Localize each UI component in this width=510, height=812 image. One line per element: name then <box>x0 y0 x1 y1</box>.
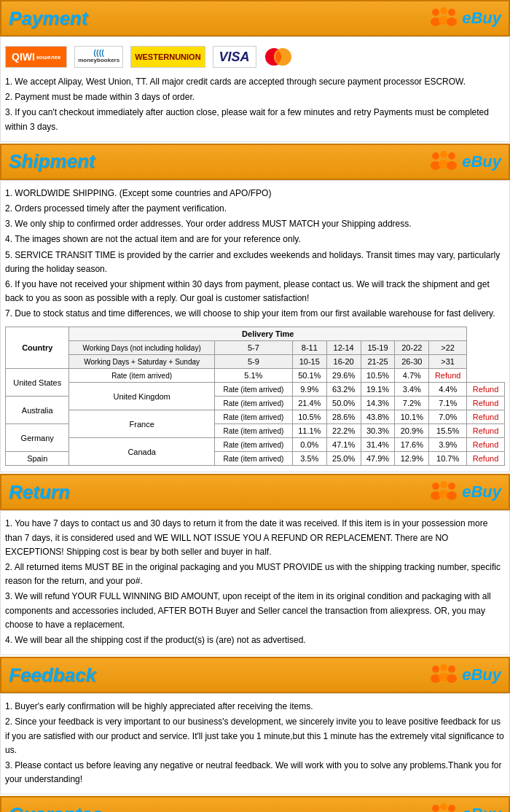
delivery-table: Country Delivery Time Working Days (not … <box>5 327 505 466</box>
table-cell: Refund <box>467 383 505 397</box>
return-item-4: 4. We will bear all the shipping cost if… <box>5 633 505 647</box>
svg-point-14 <box>432 483 439 490</box>
western-union-logo: WESTERN UNION <box>130 46 205 68</box>
people-icon-return <box>425 480 458 504</box>
table-row: Germany <box>6 424 69 452</box>
table-cell: 12.9% <box>395 452 429 466</box>
table-cell: 63.2% <box>326 383 361 397</box>
moneybookers-logo: (((( moneybookers <box>74 46 123 68</box>
payment-header: Payment eBuy <box>0 0 510 36</box>
table-cell: 3.5% <box>292 452 326 466</box>
shipment-item-1: 1. WORLDWIDE SHIPPING. (Except some coun… <box>5 187 505 200</box>
svg-point-22 <box>440 664 447 671</box>
svg-point-19 <box>447 491 457 500</box>
guarantee-ebuy-text: eBuy <box>462 805 501 812</box>
shipment-item-4: 4. The images shown are not the actual i… <box>5 233 505 246</box>
svg-point-10 <box>440 151 447 158</box>
shipment-item-7: 7. Due to stock status and time differen… <box>5 307 505 321</box>
col2-1015: 10-15 <box>292 355 326 369</box>
table-row: United Kingdom <box>69 383 214 410</box>
rate-cell: Rate (item arrived) <box>214 424 292 438</box>
table-cell: Refund <box>467 452 505 466</box>
working-days-header: Working Days (not including holiday) <box>69 341 214 355</box>
payment-title: Payment <box>9 7 87 30</box>
table-row: Spain <box>6 452 69 466</box>
svg-point-0 <box>432 9 439 16</box>
feedback-item-3: 3. Please contact us before leaving any … <box>5 759 505 786</box>
svg-point-24 <box>448 665 455 673</box>
svg-point-13 <box>447 161 457 170</box>
payment-logos: QIWI кошелек (((( moneybookers WESTERN U… <box>5 43 505 71</box>
table-cell: 31.4% <box>361 438 395 452</box>
table-cell: 5.1% <box>214 369 292 383</box>
payment-item-3: 3. If you can't checkout immediately aft… <box>5 106 505 133</box>
people-icon <box>425 6 458 31</box>
table-cell: 17.6% <box>395 438 429 452</box>
svg-point-16 <box>440 481 447 488</box>
feedback-ebuy-logo: eBuy <box>425 663 501 687</box>
table-cell: 25.0% <box>326 452 361 466</box>
col2-2125: 21-25 <box>361 355 395 369</box>
col-1214: 12-14 <box>326 341 361 355</box>
table-cell: 3.4% <box>395 383 429 397</box>
col2-2630: 26-30 <box>395 355 429 369</box>
table-cell: 21.4% <box>292 397 326 410</box>
payment-item-2: 2. Payment must be made within 3 days of… <box>5 90 505 104</box>
shipment-text-list: 1. WORLDWIDE SHIPPING. (Except some coun… <box>5 187 505 321</box>
table-cell: 9.9% <box>292 383 326 397</box>
feedback-body: 1. Buyer's early confirmation will be hi… <box>0 693 510 795</box>
rate-cell: Rate (item arrived) <box>214 410 292 424</box>
svg-point-2 <box>440 7 447 15</box>
shipment-section: Shipment eBuy 1. WORLDWIDE SHIPPING. (Ex… <box>0 144 510 473</box>
svg-point-8 <box>432 152 439 160</box>
people-icon-shipment <box>425 149 458 174</box>
delivery-time-header: Delivery Time <box>69 327 467 341</box>
rate-cell: Rate (item arrived) <box>214 438 292 452</box>
guarantee-section: Guarantee eBuy 1. 12 months Manufacturer… <box>0 796 510 812</box>
table-cell: 22.2% <box>326 424 361 438</box>
table-cell: 14.3% <box>361 397 395 410</box>
feedback-section: Feedback eBuy 1. Buyer's early confirmat… <box>0 657 510 795</box>
shipment-ebuy-logo: eBuy <box>425 149 501 174</box>
svg-point-12 <box>448 152 455 160</box>
svg-point-25 <box>447 674 457 683</box>
payment-ebuy-text: eBuy <box>462 9 501 28</box>
col2-59: 5-9 <box>214 355 292 369</box>
svg-point-4 <box>448 9 455 16</box>
table-cell: 10.7% <box>429 452 467 466</box>
table-row: Canada <box>69 438 214 466</box>
table-cell: Refund <box>467 410 505 424</box>
col-811: 8-11 <box>292 341 326 355</box>
table-cell: 15.5% <box>429 424 467 438</box>
feedback-item-2: 2. Since your feedback is very important… <box>5 715 505 757</box>
guarantee-title: Guarantee <box>9 803 103 812</box>
table-cell: 11.1% <box>292 424 326 438</box>
table-cell: 29.6% <box>326 369 361 383</box>
svg-point-30 <box>448 805 455 812</box>
svg-point-18 <box>448 483 455 490</box>
table-cell: Refund <box>467 397 505 410</box>
table-cell: 0.0% <box>292 438 326 452</box>
rate-cell: Rate (item arrived) <box>214 397 292 410</box>
table-cell: 43.8% <box>361 410 395 424</box>
svg-point-26 <box>432 805 439 812</box>
feedback-title: Feedback <box>9 664 96 687</box>
rate-cell: Rate (item arrived) <box>214 383 292 397</box>
feedback-ebuy-text: eBuy <box>462 665 501 684</box>
table-cell: 19.1% <box>361 383 395 397</box>
people-icon-guarantee <box>425 802 458 812</box>
return-header: Return eBuy <box>0 474 510 510</box>
table-cell: 4.4% <box>429 383 467 397</box>
svg-point-28 <box>440 803 447 811</box>
return-ebuy-logo: eBuy <box>425 480 501 504</box>
mastercard-logo <box>264 47 293 66</box>
shipment-ebuy-text: eBuy <box>462 152 501 171</box>
guarantee-ebuy-logo: eBuy <box>425 802 501 812</box>
table-cell: 3.9% <box>429 438 467 452</box>
guarantee-header: Guarantee eBuy <box>0 796 510 812</box>
table-cell: 28.6% <box>326 410 361 424</box>
table-cell: 50.1% <box>292 369 326 383</box>
return-section: Return eBuy 1. You have 7 days to contac… <box>0 474 510 655</box>
people-icon-feedback <box>425 663 458 687</box>
shipment-item-3: 3. We only ship to confirmed order addre… <box>5 217 505 231</box>
